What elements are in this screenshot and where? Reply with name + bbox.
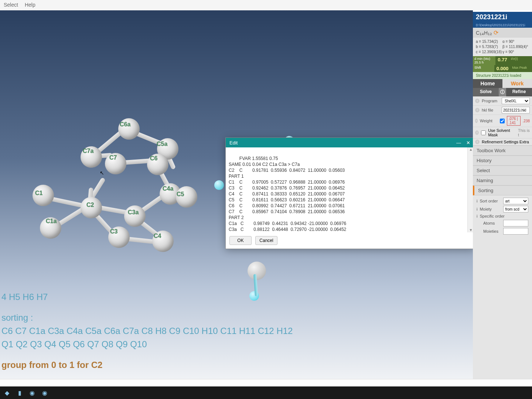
menu-bar: Select Help: [0, 0, 532, 10]
taskbar-app-icon[interactable]: ▮: [14, 388, 25, 398]
tab-solve[interactable]: Solve: [473, 88, 499, 96]
atom-label: C5a: [157, 141, 167, 147]
refresh-icon[interactable]: ⟳: [494, 29, 498, 36]
section-sorting[interactable]: Sorting: [473, 185, 532, 195]
section-naming[interactable]: Naming: [473, 175, 532, 185]
refinement-stats: d min (Mo) 25.5 h0.77I/σ(I): [473, 56, 532, 65]
side-panel: 20231221i D:\Desktop\20231221i\20231221i…: [473, 12, 532, 384]
tab-info-icon[interactable]: ⓘ: [499, 88, 506, 96]
sort-order-select[interactable]: art: [503, 198, 528, 204]
minimize-icon[interactable]: —: [456, 140, 461, 146]
taskbar[interactable]: ◆ ▮ ◉ ◉: [0, 386, 532, 399]
status-loaded: Structure 20231221i loaded: [473, 72, 532, 79]
info-icon[interactable]: i: [475, 99, 480, 103]
unit-cell-params: a = 15.734(2) b = 5.7283(7) c = 12.3969(…: [473, 38, 532, 56]
info-icon[interactable]: i: [477, 207, 477, 211]
moiety-select[interactable]: from scd: [503, 206, 528, 212]
structure-title: 20231221i: [473, 12, 532, 23]
atom-label: C6: [150, 155, 157, 162]
info-icon[interactable]: i: [477, 199, 477, 203]
dialog-textarea[interactable]: FVAR 1.55581 0.75 SAME 0.01 0.04 C2 C1a …: [226, 147, 474, 232]
console-output: 4 H5 H6 H7 sorting : C6 C7 C1a C3a C4a C…: [0, 290, 293, 372]
tab-home[interactable]: Home: [473, 79, 502, 88]
fragment-atom: [214, 180, 224, 190]
weight-checkbox[interactable]: [500, 119, 505, 123]
menu-select[interactable]: Select: [4, 2, 18, 8]
info-icon[interactable]: i: [475, 119, 478, 123]
info-icon[interactable]: i: [475, 140, 480, 144]
taskbar-app-icon[interactable]: ◆: [1, 388, 13, 398]
solvent-mask-row: i Use Solvent Mask This is t: [473, 127, 532, 139]
atom-label: C1a: [46, 218, 57, 225]
atom-label: C7a: [83, 148, 93, 154]
tab-refine[interactable]: Refine: [506, 88, 532, 96]
hkl-row: i hkl file: [473, 106, 532, 115]
atom-label: C7: [109, 154, 117, 161]
sorting-panel: i Sort order art i Moiety from scd i Spe…: [473, 195, 532, 237]
info-icon[interactable]: i: [475, 130, 479, 135]
taskbar-app-icon[interactable]: ◉: [27, 388, 38, 398]
refinement-extra-row[interactable]: i Refinement Settings Extra: [473, 139, 532, 146]
atom-label: C6a: [120, 121, 130, 128]
weight-row: i Weight .076 | .141 .238: [473, 115, 532, 127]
info-icon[interactable]: i: [475, 108, 480, 112]
atom-label: C4: [154, 233, 161, 239]
section-toolbox[interactable]: Toolbox Work: [473, 146, 532, 156]
atom-label: C4a: [163, 185, 173, 192]
cancel-button[interactable]: Cancel: [255, 236, 277, 245]
atom-label: C2: [86, 202, 94, 208]
sub-tabs: Solve ⓘ Refine: [473, 88, 532, 96]
dialog-titlebar[interactable]: Edit — ✕: [226, 138, 474, 147]
fragment-center: [248, 262, 266, 280]
taskbar-app-icon[interactable]: ◉: [39, 388, 50, 398]
menu-help[interactable]: Help: [25, 2, 35, 8]
moieties-input[interactable]: [503, 228, 528, 235]
section-select[interactable]: Select: [473, 166, 532, 175]
formula-display: C₁₄H₁₂ ⟳: [473, 28, 532, 38]
atoms-input[interactable]: [503, 220, 528, 226]
program-select[interactable]: ShelXL: [502, 98, 530, 104]
atom-label: C1: [35, 190, 42, 197]
atom-label: C3a: [128, 209, 139, 216]
solvent-mask-checkbox[interactable]: [481, 130, 486, 135]
hkl-input[interactable]: [502, 107, 530, 113]
atom-C3a[interactable]: [124, 205, 146, 227]
weight-values: .076 | .141: [507, 116, 521, 126]
tab-work[interactable]: Work: [502, 79, 532, 88]
section-history[interactable]: History: [473, 156, 532, 166]
main-tabs: Home Work: [473, 79, 532, 88]
atom-label: C3: [110, 228, 117, 235]
refinement-stats-2: Shift0.000Max Peak: [473, 65, 532, 72]
program-row: i Program ShelXL: [473, 96, 532, 106]
atom-label: C5: [177, 191, 184, 198]
structure-path: D:\Desktop\20231221i\20231221i: [473, 23, 532, 28]
dialog-title: Edit: [229, 140, 238, 146]
info-icon[interactable]: i: [477, 214, 477, 218]
ok-button[interactable]: OK: [229, 236, 252, 245]
status-strip: [0, 379, 532, 386]
close-icon[interactable]: ✕: [466, 140, 470, 146]
edit-dialog: Edit — ✕ FVAR 1.55581 0.75 SAME 0.01 0.0…: [225, 137, 474, 249]
